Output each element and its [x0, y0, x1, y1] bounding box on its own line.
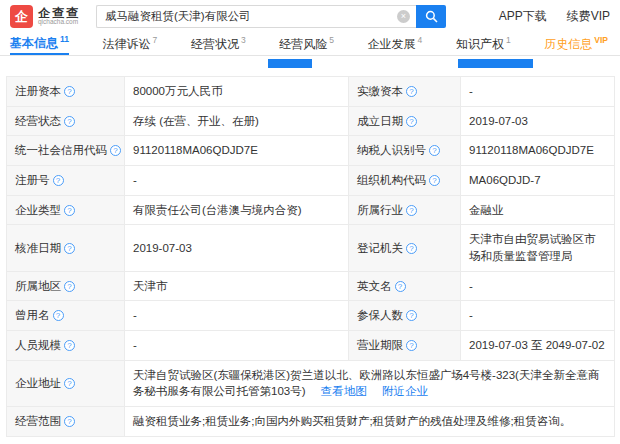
tab-label: 法律诉讼: [103, 36, 151, 53]
qichacha-logo-text: 企查查 qichacha.com: [38, 7, 80, 26]
header-links: APP下载 续费VIP: [499, 8, 610, 25]
field-label: 成立日期?: [349, 106, 461, 136]
help-icon[interactable]: ?: [429, 175, 440, 186]
vip-badge: VIP: [594, 35, 608, 45]
tab-history-info[interactable]: 历史信息VIP: [544, 33, 608, 55]
field-label: 注册资本?: [7, 77, 125, 107]
tab-intellectual-property[interactable]: 知识产权1: [456, 33, 511, 55]
qichacha-logo-icon: 企: [10, 5, 33, 28]
tab-count: 11: [60, 34, 69, 44]
company-address-text: 天津自贸试验区(东疆保税港区)贺兰道以北、欧洲路以东恒盛广场4号楼-323(天津…: [133, 369, 599, 398]
partial-button[interactable]: [268, 59, 312, 68]
field-label: 经营状态?: [7, 106, 125, 136]
help-icon[interactable]: ?: [64, 340, 75, 351]
search-input[interactable]: [96, 5, 416, 28]
help-icon[interactable]: ?: [64, 378, 75, 389]
nearby-companies-link[interactable]: 附近企业: [382, 385, 428, 397]
help-icon[interactable]: ?: [406, 243, 417, 254]
table-row-address: 企业地址? 天津自贸试验区(东疆保税港区)贺兰道以北、欧洲路以东恒盛广场4号楼-…: [7, 360, 615, 406]
field-value: 2019-07-03: [125, 225, 349, 271]
field-value: 2019-07-03 至 2049-07-02: [461, 331, 615, 361]
table-row: 经营状态? 存续 (在营、开业、在册) 成立日期? 2019-07-03: [7, 106, 615, 136]
help-icon[interactable]: ?: [64, 116, 75, 127]
tab-label: 历史信息: [544, 36, 592, 53]
table-row: 企业类型? 有限责任公司(台港澳与境内合资) 所属行业? 金融业: [7, 195, 615, 225]
field-value: -: [461, 301, 615, 331]
field-value-address: 天津自贸试验区(东疆保税港区)贺兰道以北、欧洲路以东恒盛广场4号楼-323(天津…: [125, 360, 615, 406]
field-value: -: [125, 301, 349, 331]
help-icon[interactable]: ?: [64, 416, 75, 427]
tab-label: 企业发展: [368, 36, 416, 53]
sub-navigation-strip: [0, 56, 620, 76]
field-label: 曾用名?: [7, 301, 125, 331]
tab-count: 1: [506, 35, 511, 45]
field-label: 统一社会信用代码?: [7, 136, 125, 166]
help-icon[interactable]: ?: [53, 310, 64, 321]
field-label: 营业期限?: [349, 331, 461, 361]
field-label: 纳税人识别号?: [349, 136, 461, 166]
field-label: 企业地址?: [7, 360, 125, 406]
field-value: 2019-07-03: [461, 106, 615, 136]
help-icon[interactable]: ?: [53, 175, 64, 186]
tab-basic-info[interactable]: 基本信息11: [10, 33, 69, 55]
field-label: 实缴资本?: [349, 77, 461, 107]
logo-domain: qichacha.com: [38, 19, 80, 26]
field-label: 经营范围?: [7, 407, 125, 437]
search-button[interactable]: [416, 5, 446, 28]
help-icon[interactable]: ?: [110, 145, 121, 156]
search-bar: ×: [96, 5, 446, 28]
field-label: 注册号?: [7, 166, 125, 196]
field-value: 有限责任公司(台港澳与境内合资): [125, 195, 349, 225]
field-value-scope: 融资租赁业务;租赁业务;向国内外购买租赁财产;租赁财产的残值处理及维修;租赁咨询…: [125, 407, 615, 437]
help-icon[interactable]: ?: [64, 205, 75, 216]
help-icon[interactable]: ?: [406, 310, 417, 321]
tab-count: 5: [329, 35, 334, 45]
table-row-scope: 经营范围? 融资租赁业务;租赁业务;向国内外购买租赁财产;租赁财产的残值处理及维…: [7, 407, 615, 437]
field-value: 91120118MA06QDJD7E: [125, 136, 349, 166]
table-row: 所属地区? 天津市 英文名? -: [7, 271, 615, 301]
field-value: 存续 (在营、开业、在册): [125, 106, 349, 136]
field-value: 91120118MA06QDJD7E: [461, 136, 615, 166]
tab-count: 3: [241, 35, 246, 45]
field-label: 企业类型?: [7, 195, 125, 225]
tab-count: 7: [153, 35, 158, 45]
field-value: -: [125, 166, 349, 196]
field-value: 80000万元人民币: [125, 77, 349, 107]
help-icon[interactable]: ?: [64, 86, 75, 97]
tab-label: 经营状况: [191, 36, 239, 53]
table-row: 注册号? - 组织机构代码? MA06QDJD-7: [7, 166, 615, 196]
tab-label: 知识产权: [456, 36, 504, 53]
field-value: MA06QDJD-7: [461, 166, 615, 196]
field-value: 天津市自由贸易试验区市场和质量监督管理局: [461, 225, 615, 271]
help-icon[interactable]: ?: [406, 340, 417, 351]
table-row: 注册资本? 80000万元人民币 实缴资本? -: [7, 77, 615, 107]
help-icon[interactable]: ?: [429, 145, 440, 156]
field-label: 人员规模?: [7, 331, 125, 361]
partial-button[interactable]: [458, 59, 533, 68]
search-icon: [425, 10, 438, 23]
tab-operating-risk[interactable]: 经营风险5: [279, 33, 334, 55]
field-label: 英文名?: [349, 271, 461, 301]
help-icon[interactable]: ?: [406, 205, 417, 216]
field-value: 金融业: [461, 195, 615, 225]
table-row: 人员规模? - 营业期限? 2019-07-03 至 2049-07-02: [7, 331, 615, 361]
renew-vip-link[interactable]: 续费VIP: [567, 8, 610, 25]
field-value: -: [461, 77, 615, 107]
tab-operating-status[interactable]: 经营状况3: [191, 33, 246, 55]
help-icon[interactable]: ?: [406, 86, 417, 97]
tab-legal-litigation[interactable]: 法律诉讼7: [103, 33, 158, 55]
table-row: 统一社会信用代码? 91120118MA06QDJD7E 纳税人识别号? 911…: [7, 136, 615, 166]
field-label: 登记机关?: [349, 225, 461, 271]
top-header: 企 企查查 qichacha.com × APP下载 续费VIP: [0, 0, 620, 33]
app-download-link[interactable]: APP下载: [499, 8, 547, 25]
view-map-link[interactable]: 查看地图: [321, 385, 367, 397]
help-icon[interactable]: ?: [64, 243, 75, 254]
clear-search-icon[interactable]: ×: [397, 10, 410, 23]
field-label: 所属行业?: [349, 195, 461, 225]
field-label: 核准日期?: [7, 225, 125, 271]
help-icon[interactable]: ?: [406, 116, 417, 127]
qichacha-logo[interactable]: 企 企查查 qichacha.com: [10, 5, 80, 28]
tab-enterprise-development[interactable]: 企业发展4: [368, 33, 423, 55]
help-icon[interactable]: ?: [395, 281, 406, 292]
help-icon[interactable]: ?: [64, 281, 75, 292]
